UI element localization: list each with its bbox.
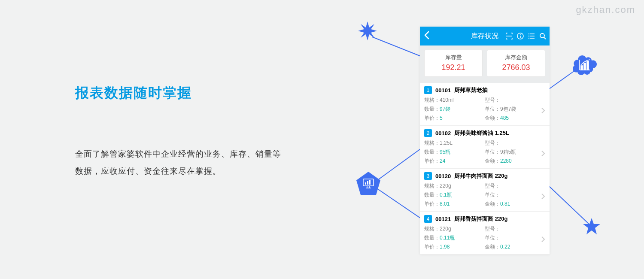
svg-rect-10 [587,61,589,70]
stock-amount-label: 库存金额 [487,54,545,61]
item-unit: 9箱5瓶 [500,149,516,155]
item-spec: 410ml [440,97,454,103]
info-icon[interactable] [517,33,524,39]
stock-qty-card[interactable]: 库存量 192.21 [424,50,483,77]
svg-line-2 [374,187,422,219]
inventory-item[interactable]: 2 00102 厨邦美味鲜酱油 1.25L 规格：1.25L 型号： 数量：95… [420,126,550,169]
item-amount: 0.22 [500,244,510,250]
chevron-right-icon [541,150,545,158]
svg-rect-27 [530,36,535,36]
description-text: 全面了解管家婆软件中企业经营的业务、库存、销量等数据，应收应付、资金往来尽在掌握… [75,146,281,180]
svg-rect-29 [530,38,535,39]
item-amount: 2280 [500,158,512,164]
app-header: 库存状况 [420,27,550,45]
item-spec: 220g [440,226,451,232]
item-index-badge: 3 [424,172,432,180]
inventory-item[interactable]: 4 00121 厨邦香菇拌面酱 220g 规格：220g 型号： 数量：0.11… [420,212,550,255]
item-unit: 9包7袋 [500,106,516,112]
item-code: 00121 [435,216,451,222]
svg-rect-9 [584,63,586,70]
item-name: 厨邦草菇老抽 [454,86,488,94]
list-icon[interactable] [528,33,535,39]
svg-point-24 [529,33,529,34]
star-icon [583,218,600,237]
chevron-right-icon [541,236,545,244]
stock-qty-value: 192.21 [425,63,482,72]
stock-amount-value: 2766.03 [487,63,545,72]
svg-rect-25 [530,33,535,34]
item-amount: 485 [500,115,509,121]
svg-point-30 [540,33,544,38]
item-spec: 1.25L [440,140,453,146]
svg-marker-11 [583,218,600,234]
svg-rect-17 [365,182,366,185]
inventory-item[interactable]: 3 00120 厨邦牛肉拌面酱 220g 规格：220g 型号： 数量：0.1瓶… [420,169,550,212]
back-icon[interactable] [424,31,429,41]
item-price: 1.98 [440,244,450,250]
chevron-right-icon [541,193,545,201]
item-name: 厨邦牛肉拌面酱 220g [454,172,507,180]
svg-rect-8 [581,66,583,70]
pentagon-monitor-icon [356,172,380,196]
phone-mockup: 库存状况 [420,27,550,255]
marketing-text-block: 报表数据随时掌握 全面了解管家婆软件中企业经营的业务、库存、销量等数据，应收应付… [75,84,281,180]
item-list: 1 00101 厨邦草菇老抽 规格：410ml 型号： 数量：97袋 单位：9包… [420,83,550,255]
item-qty: 0.11瓶 [440,235,455,241]
item-price: 8.01 [440,201,450,207]
svg-rect-18 [367,181,368,185]
item-price: 24 [440,158,445,164]
item-spec: 220g [440,183,451,189]
item-index-badge: 2 [424,129,432,137]
item-index-badge: 4 [424,215,432,223]
cloud-chart-icon [571,54,598,78]
item-qty: 97袋 [440,106,450,112]
item-amount: 0.81 [500,201,510,207]
svg-line-0 [372,37,423,57]
item-price: 5 [440,115,443,121]
connector-line-mid-top [374,148,426,189]
inventory-item[interactable]: 1 00101 厨邦草菇老抽 规格：410ml 型号： 数量：97袋 单位：9包… [420,83,550,126]
item-code: 00120 [435,173,451,179]
svg-marker-5 [358,21,377,40]
svg-point-23 [520,34,521,35]
svg-point-26 [529,36,529,36]
item-qty: 0.1瓶 [440,192,452,198]
svg-rect-19 [369,180,371,185]
item-qty: 95瓶 [440,149,450,155]
item-name: 厨邦香菇拌面酱 220g [454,215,507,223]
summary-row: 库存量 192.21 库存金额 2766.03 [420,45,550,83]
chevron-right-icon [541,107,545,115]
stock-amount-card[interactable]: 库存金额 2766.03 [487,50,545,77]
starburst-icon [358,21,377,42]
svg-point-28 [529,38,529,39]
main-heading: 报表数据随时掌握 [75,84,281,103]
item-code: 00102 [435,130,451,136]
header-title: 库存状况 [471,32,498,41]
item-index-badge: 1 [424,86,432,94]
connector-line-mid-bot [374,185,426,223]
stock-qty-label: 库存量 [425,54,482,61]
svg-line-1 [374,148,422,182]
scan-icon[interactable] [506,33,513,39]
svg-line-31 [544,37,546,39]
watermark-text: gkzhan.com [576,4,635,15]
item-name: 厨邦美味鲜酱油 1.25L [454,129,509,137]
search-icon[interactable] [539,33,546,39]
item-code: 00101 [435,87,451,94]
